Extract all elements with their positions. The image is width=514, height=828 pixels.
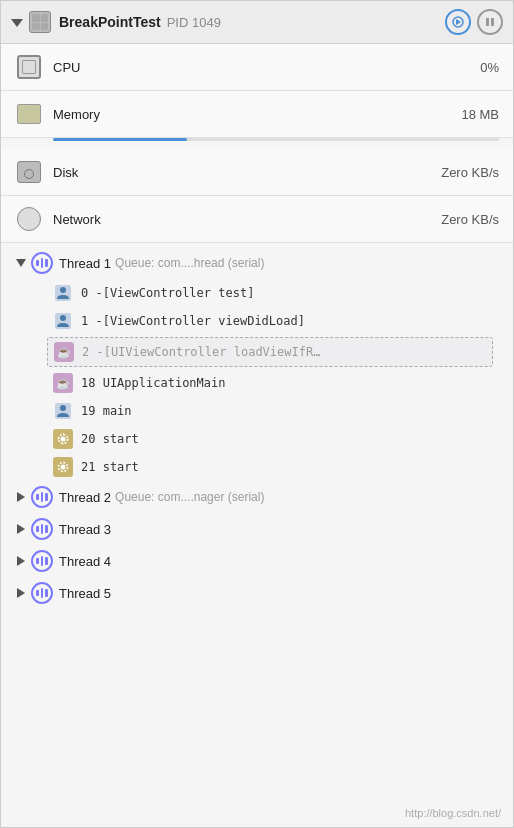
svg-point-9 (61, 437, 66, 442)
thread3-row[interactable]: Thread 3 (1, 513, 513, 545)
memory-row: Memory 18 MB (1, 91, 513, 138)
frame-0-text: 0 -[ViewController test] (81, 286, 254, 300)
triangle-right-icon (17, 588, 25, 598)
thread2-expand-icon[interactable] (15, 491, 27, 503)
thread1-expand-icon[interactable] (15, 257, 27, 269)
frame-1-row[interactable]: 1 -[ViewController viewDidLoad] (1, 307, 513, 335)
thread1-icon (31, 252, 53, 274)
thread5-expand-icon[interactable] (15, 587, 27, 599)
frame-19-text: 19 main (81, 404, 132, 418)
network-label: Network (53, 212, 441, 227)
frame-1-text: 1 -[ViewController viewDidLoad] (81, 314, 305, 328)
thread5-icon (31, 582, 53, 604)
collapse-triangle[interactable] (11, 19, 23, 27)
frame-2-row[interactable]: ☕ 2 -[UIViewController loadViewIfR… (47, 337, 493, 367)
thread4-expand-icon[interactable] (15, 555, 27, 567)
cpu-row: CPU 0% (1, 44, 513, 91)
frame-21-gear-icon (53, 457, 73, 477)
triangle-right-icon (17, 524, 25, 534)
thread3-expand-icon[interactable] (15, 523, 27, 535)
triangle-right-icon (17, 492, 25, 502)
cpu-icon (15, 53, 43, 81)
triangle-right-icon (17, 556, 25, 566)
frame-1-person-icon (53, 311, 73, 331)
svg-point-4 (60, 287, 66, 293)
triangle-down-icon (16, 259, 26, 267)
memory-value: 18 MB (461, 107, 499, 122)
network-icon (15, 205, 43, 233)
frame-18-text: 18 UIApplicationMain (81, 376, 226, 390)
network-value: Zero KB/s (441, 212, 499, 227)
svg-rect-2 (491, 18, 494, 26)
frame-2-cup-icon: ☕ (54, 342, 74, 362)
memory-label: Memory (53, 107, 461, 122)
frame-2-text: 2 -[UIViewController loadViewIfR… (82, 345, 320, 359)
thread5-label: Thread 5 (59, 586, 111, 601)
disk-row: Disk Zero KB/s (1, 149, 513, 196)
frame-20-text: 20 start (81, 432, 139, 446)
disk-label: Disk (53, 165, 441, 180)
thread1-queue: Queue: com....hread (serial) (115, 256, 264, 270)
svg-point-8 (60, 405, 66, 411)
frame-19-row[interactable]: 19 main (1, 397, 513, 425)
thread1-label: Thread 1 (59, 256, 111, 271)
svg-point-6 (60, 315, 66, 321)
record-button[interactable] (445, 9, 471, 35)
svg-rect-1 (486, 18, 489, 26)
header-row: BreakPointTest PID 1049 (1, 1, 513, 44)
frame-20-gear-icon (53, 429, 73, 449)
frame-18-row[interactable]: ☕ 18 UIApplicationMain (1, 369, 513, 397)
memory-icon (15, 100, 43, 128)
pid-label: PID 1049 (167, 15, 439, 30)
thread4-icon (31, 550, 53, 572)
app-title: BreakPointTest (59, 14, 161, 30)
network-row: Network Zero KB/s (1, 196, 513, 243)
memory-section: Memory 18 MB (1, 91, 513, 141)
frame-0-person-icon (53, 283, 73, 303)
disk-icon (15, 158, 43, 186)
pause-button[interactable] (477, 9, 503, 35)
cpu-value: 0% (480, 60, 499, 75)
thread4-label: Thread 4 (59, 554, 111, 569)
cpu-label: CPU (53, 60, 480, 75)
thread5-row[interactable]: Thread 5 (1, 577, 513, 609)
disk-value: Zero KB/s (441, 165, 499, 180)
watermark: http://blog.csdn.net/ (405, 807, 501, 819)
frame-0-row[interactable]: 0 -[ViewController test] (1, 279, 513, 307)
thread1-row[interactable]: Thread 1 Queue: com....hread (serial) (1, 247, 513, 279)
thread3-label: Thread 3 (59, 522, 111, 537)
memory-bar-container (53, 138, 499, 141)
thread3-icon (31, 518, 53, 540)
svg-point-11 (61, 465, 66, 470)
thread2-label: Thread 2 (59, 490, 111, 505)
thread2-queue: Queue: com....nager (serial) (115, 490, 264, 504)
frame-21-text: 21 start (81, 460, 139, 474)
frame-21-row[interactable]: 21 start (1, 453, 513, 481)
main-panel: BreakPointTest PID 1049 CPU 0% Me (0, 0, 514, 828)
app-icon (29, 11, 51, 33)
frame-20-row[interactable]: 20 start (1, 425, 513, 453)
thread2-icon (31, 486, 53, 508)
frame-18-cup-icon: ☕ (53, 373, 73, 393)
frame-19-person-icon (53, 401, 73, 421)
memory-bar-fill (53, 138, 187, 141)
threads-section: Thread 1 Queue: com....hread (serial) 0 … (1, 243, 513, 613)
thread4-row[interactable]: Thread 4 (1, 545, 513, 577)
thread2-row[interactable]: Thread 2 Queue: com....nager (serial) (1, 481, 513, 513)
